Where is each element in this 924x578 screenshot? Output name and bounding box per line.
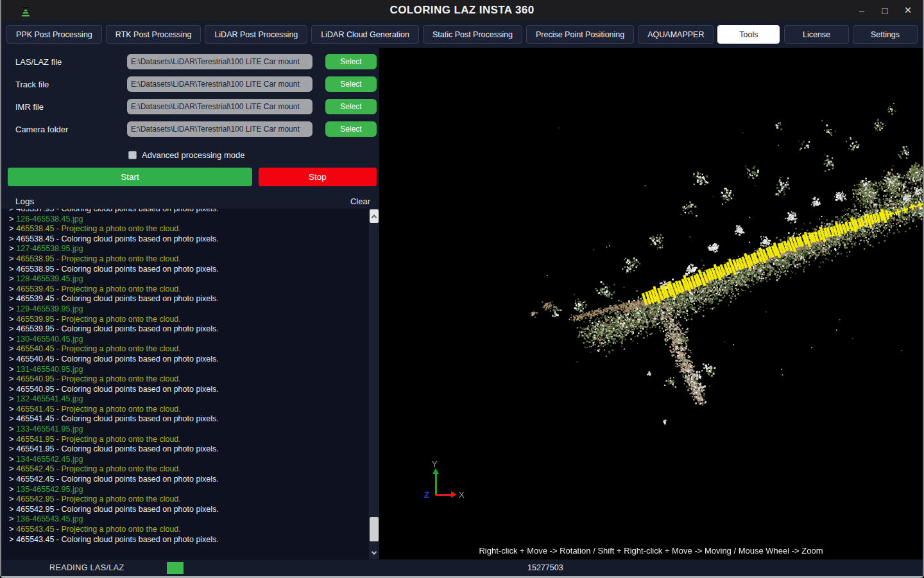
main-content: LAS/LAZ fileSelectTrack fileSelectIMR fi… [1, 48, 923, 559]
log-line: >465539.45 - Coloring cloud points based… [9, 294, 368, 304]
las-laz-file-select-button[interactable]: Select [325, 54, 377, 69]
field-label: IMR file [15, 102, 127, 112]
log-line: >465542.95 - Coloring cloud points based… [9, 505, 368, 515]
log-line: >465543.45 - Coloring cloud points based… [9, 535, 368, 545]
form-row-track-file: Track fileSelect [15, 76, 377, 92]
log-line: >465539.45 - Projecting a photo onto the… [9, 285, 368, 295]
log-line: >133-465541.95.jpg [9, 425, 368, 435]
advanced-mode-checkbox[interactable] [128, 151, 137, 159]
tab-bar-right: LicenseSettings [784, 25, 918, 44]
log-line: >127-465538.95.jpg [9, 244, 368, 254]
tab-bar: PPK Post ProcessingRTK Post ProcessingLi… [1, 21, 923, 48]
tab-aquamapper[interactable]: AQUAMAPPER [638, 25, 714, 44]
maximize-button[interactable]: □ [878, 5, 892, 16]
status-bar: READING LAS/LAZ 15277503 [1, 559, 923, 576]
tab-lidar-cloud-generation[interactable]: LiDAR Cloud Generation [311, 25, 419, 44]
window-controls: – □ ✕ [855, 4, 923, 16]
log-line: >134-465542.45.jpg [9, 455, 368, 465]
camera-folder-input[interactable] [127, 121, 312, 137]
tab-tools[interactable]: Tools [717, 25, 780, 44]
clear-logs-button[interactable]: Clear [350, 197, 370, 206]
log-line: >465540.45 - Projecting a photo onto the… [9, 344, 368, 355]
tab-static-post-processing[interactable]: Static Post Processing [423, 25, 522, 44]
log-line: >465538.45 - Projecting a photo onto the… [9, 224, 368, 234]
log-line: >465542.95 - Projecting a photo onto the… [9, 495, 368, 505]
camera-folder-select-button[interactable]: Select [325, 121, 377, 137]
tab-precise-point-positioning[interactable]: Precise Point Positioning [526, 25, 634, 44]
log-line: >130-465540.45.jpg [9, 335, 368, 345]
window-title: COLORING LAZ INSTA 360 [1, 4, 923, 17]
logs-title: Logs [15, 197, 34, 206]
log-line: >128-465539.45.jpg [9, 274, 368, 285]
license-button[interactable]: License [784, 25, 849, 44]
log-line: >132-465541.45.jpg [9, 394, 368, 405]
axis-x-arrow-icon [451, 491, 457, 498]
points-count: 15277503 [527, 563, 563, 572]
scroll-up-button[interactable] [370, 209, 379, 223]
track-file-select-button[interactable]: Select [325, 76, 377, 92]
axis-gizmo: Y X Z [419, 459, 470, 504]
run-controls: Start Stop [8, 168, 377, 186]
settings-button[interactable]: Settings [853, 25, 918, 44]
log-line: >465540.95 - Coloring cloud points based… [9, 385, 368, 395]
field-label: Track file [15, 80, 127, 89]
log-line: >465537.95 - Coloring cloud points based… [9, 209, 368, 215]
viewer-help-text: Right-click + Move -> Rotation / Shift +… [379, 546, 923, 556]
app-window: COLORING LAZ INSTA 360 – □ ✕ PPK Post Pr… [0, 0, 924, 578]
form-row-camera-folder: Camera folderSelect [15, 121, 377, 137]
log-line: >129-465539.95.jpg [9, 304, 368, 315]
start-button[interactable]: Start [8, 168, 252, 186]
progress-bar [167, 562, 184, 574]
log-line: >465538.95 - Coloring cloud points based… [9, 265, 368, 275]
log-scrollbar[interactable] [369, 209, 379, 559]
left-panel: LAS/LAZ fileSelectTrack fileSelectIMR fi… [1, 48, 379, 559]
las-laz-file-input[interactable] [127, 54, 312, 69]
axis-z-label: Z [424, 490, 429, 500]
log-console: >465537.95 - Coloring cloud points based… [1, 209, 379, 559]
axis-x-label: X [459, 490, 465, 500]
log-line: >465541.45 - Projecting a photo onto the… [9, 405, 368, 415]
title-bar: COLORING LAZ INSTA 360 – □ ✕ [1, 0, 923, 21]
tab-rtk-post-processing[interactable]: RTK Post Processing [106, 25, 201, 44]
stop-button[interactable]: Stop [259, 168, 377, 186]
file-form: LAS/LAZ fileSelectTrack fileSelectIMR fi… [1, 48, 379, 144]
log-line: >465538.95 - Projecting a photo onto the… [9, 254, 368, 265]
advanced-mode-row: Advanced processing mode [128, 150, 379, 160]
log-line: >465542.45 - Projecting a photo onto the… [9, 464, 368, 475]
imr-file-input[interactable] [127, 99, 312, 114]
log-line: >465543.45 - Projecting a photo onto the… [9, 525, 368, 535]
field-label: LAS/LAZ file [15, 57, 127, 67]
form-row-imr-file: IMR fileSelect [15, 99, 377, 114]
log-line: >465541.45 - Coloring cloud points based… [9, 414, 368, 425]
tab-ppk-post-processing[interactable]: PPK Post Processing [6, 25, 102, 44]
log-line: >135-465542.95.jpg [9, 485, 368, 495]
logs-header: Logs Clear [15, 197, 370, 206]
chevron-down-icon [372, 549, 377, 554]
log-line: >465541.95 - Coloring cloud points based… [9, 444, 368, 455]
close-button[interactable]: ✕ [901, 4, 915, 16]
field-label: Camera folder [15, 125, 127, 134]
track-file-input[interactable] [127, 76, 312, 92]
tab-lidar-post-processing[interactable]: LiDAR Post Processing [205, 25, 307, 44]
scroll-down-button[interactable] [370, 547, 379, 559]
log-line: >465540.95 - Projecting a photo onto the… [9, 374, 368, 385]
tab-bar-left: PPK Post ProcessingRTK Post ProcessingLi… [6, 25, 780, 44]
log-line: >465539.95 - Coloring cloud points based… [9, 324, 368, 335]
minimize-button[interactable]: – [855, 5, 869, 16]
log-list: >465537.95 - Coloring cloud points based… [1, 209, 368, 559]
log-line: >465540.45 - Coloring cloud points based… [9, 355, 368, 365]
log-line: >131-465540.95.jpg [9, 365, 368, 375]
log-line: >126-465538.45.jpg [9, 215, 368, 225]
scrollbar-thumb[interactable] [370, 517, 379, 541]
log-line: >136-465543.45.jpg [9, 514, 368, 525]
point-cloud-viewer: Y X Z Right-click + Move -> Rotation / S… [379, 48, 923, 559]
log-line: >465539.95 - Projecting a photo onto the… [9, 315, 368, 325]
log-line: >465542.45 - Coloring cloud points based… [9, 475, 368, 485]
log-line: >465541.95 - Projecting a photo onto the… [9, 435, 368, 445]
axis-y-label: Y [432, 459, 438, 469]
form-row-las-laz-file: LAS/LAZ fileSelect [15, 54, 377, 69]
log-line: >465538.45 - Coloring cloud points based… [9, 234, 368, 245]
advanced-mode-label: Advanced processing mode [142, 150, 244, 160]
chevron-up-icon [372, 215, 377, 220]
imr-file-select-button[interactable]: Select [325, 99, 377, 114]
